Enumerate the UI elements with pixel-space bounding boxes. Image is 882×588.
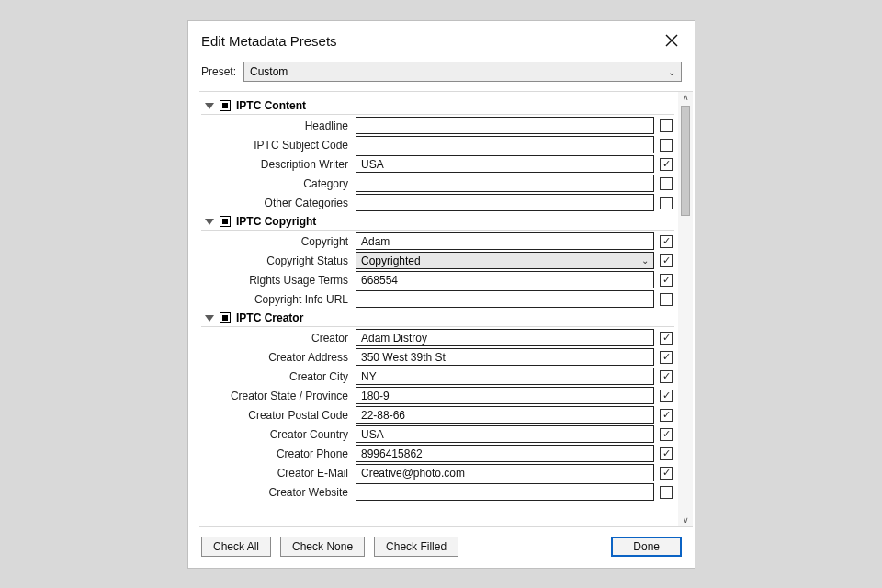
field-copyright: Copyright Adam: [201, 232, 674, 250]
description-writer-checkbox[interactable]: [660, 158, 673, 171]
creator-address-checkbox[interactable]: [660, 351, 673, 364]
field-creator-address: Creator Address 350 West 39th St: [201, 348, 674, 366]
field-label: Copyright Status: [201, 254, 350, 267]
creator-country-checkbox[interactable]: [660, 428, 673, 441]
creator-phone-checkbox[interactable]: [660, 447, 673, 460]
field-creator-state: Creator State / Province 180-9: [201, 387, 674, 404]
field-label: Creator E-Mail: [201, 467, 350, 480]
check-none-button[interactable]: Check None: [280, 537, 365, 557]
field-description-writer: Description Writer USA: [201, 155, 674, 173]
rights-usage-checkbox[interactable]: [660, 274, 673, 287]
section-iptc-content: IPTC Content Headline IPTC Subject Code …: [201, 97, 674, 211]
check-filled-button[interactable]: Check Filled: [374, 537, 458, 557]
disclosure-icon[interactable]: [205, 103, 214, 109]
creator-city-input[interactable]: NY: [356, 368, 654, 385]
section-iptc-copyright: IPTC Copyright Copyright Adam Copyright …: [201, 213, 674, 308]
section-iptc-creator: IPTC Creator Creator Adam Distroy Creato…: [201, 310, 674, 501]
field-category: Category: [201, 175, 674, 192]
field-label: IPTC Subject Code: [201, 139, 350, 152]
category-input[interactable]: [356, 175, 654, 192]
section-title: IPTC Creator: [236, 311, 303, 324]
field-label: Headline: [201, 119, 350, 132]
headline-input[interactable]: [356, 117, 654, 134]
category-checkbox[interactable]: [660, 177, 673, 190]
tri-state-checkbox[interactable]: [220, 216, 231, 227]
tri-state-checkbox[interactable]: [220, 312, 231, 323]
preset-select[interactable]: Custom ⌄: [243, 62, 682, 82]
field-label: Category: [201, 177, 350, 190]
dialog-footer: Check All Check None Check Filled Done: [188, 527, 695, 568]
field-creator-phone: Creator Phone 8996415862: [201, 445, 674, 462]
dialog-title: Edit Metadata Presets: [201, 33, 337, 49]
description-writer-input[interactable]: USA: [356, 155, 654, 173]
section-title: IPTC Copyright: [236, 215, 316, 228]
other-categories-checkbox[interactable]: [660, 197, 673, 209]
preset-label: Preset:: [201, 65, 236, 78]
creator-phone-input[interactable]: 8996415862: [356, 445, 654, 462]
creator-website-checkbox[interactable]: [660, 486, 673, 499]
scroll-down-icon[interactable]: ∨: [683, 516, 689, 525]
field-label: Creator State / Province: [201, 390, 350, 402]
subject-code-checkbox[interactable]: [660, 139, 673, 152]
copyright-status-select[interactable]: Copyrighted ⌄: [356, 252, 654, 269]
vertical-scrollbar[interactable]: ∧ ∨: [678, 92, 693, 526]
field-creator-postal: Creator Postal Code 22-88-66: [201, 406, 674, 424]
titlebar: Edit Metadata Presets: [188, 21, 695, 56]
field-creator-website: Creator Website: [201, 483, 674, 501]
field-label: Creator Phone: [201, 447, 350, 460]
section-title: IPTC Content: [236, 99, 306, 112]
info-url-checkbox[interactable]: [660, 293, 673, 306]
headline-checkbox[interactable]: [660, 119, 673, 132]
field-creator: Creator Adam Distroy: [201, 329, 674, 346]
field-label: Creator City: [201, 370, 350, 383]
disclosure-icon[interactable]: [205, 219, 214, 225]
section-header: IPTC Copyright: [201, 213, 674, 231]
disclosure-icon[interactable]: [205, 315, 214, 322]
copyright-status-checkbox[interactable]: [660, 254, 673, 267]
scroll-area: IPTC Content Headline IPTC Subject Code …: [199, 91, 693, 527]
check-all-button[interactable]: Check All: [201, 537, 271, 557]
rights-usage-input[interactable]: 668554: [356, 271, 654, 288]
scroll-content: IPTC Content Headline IPTC Subject Code …: [199, 92, 678, 526]
copyright-checkbox[interactable]: [660, 235, 673, 248]
field-creator-country: Creator Country USA: [201, 425, 674, 443]
scrollbar-thumb[interactable]: [681, 106, 690, 216]
field-other-categories: Other Categories: [201, 194, 674, 211]
creator-postal-input[interactable]: 22-88-66: [356, 406, 654, 424]
field-label: Creator Address: [201, 351, 350, 364]
section-header: IPTC Creator: [201, 310, 674, 327]
creator-city-checkbox[interactable]: [660, 370, 673, 383]
creator-email-checkbox[interactable]: [660, 467, 673, 480]
subject-code-input[interactable]: [356, 136, 654, 153]
metadata-presets-dialog: Edit Metadata Presets Preset: Custom ⌄ I…: [187, 20, 695, 569]
creator-email-input[interactable]: Creative@photo.com: [356, 464, 654, 481]
creator-country-input[interactable]: USA: [356, 425, 654, 443]
done-button[interactable]: Done: [611, 537, 682, 557]
field-rights-usage: Rights Usage Terms 668554: [201, 271, 674, 288]
tri-state-checkbox[interactable]: [220, 100, 231, 111]
info-url-input[interactable]: [356, 290, 654, 308]
preset-value: Custom: [250, 65, 288, 78]
field-creator-email: Creator E-Mail Creative@photo.com: [201, 464, 674, 481]
copyright-input[interactable]: Adam: [356, 232, 654, 250]
other-categories-input[interactable]: [356, 194, 654, 211]
creator-state-input[interactable]: 180-9: [356, 387, 654, 404]
field-headline: Headline: [201, 117, 674, 134]
creator-address-input[interactable]: 350 West 39th St: [356, 348, 654, 366]
scroll-up-icon[interactable]: ∧: [683, 94, 689, 102]
creator-checkbox[interactable]: [660, 332, 673, 345]
creator-website-input[interactable]: [356, 483, 654, 501]
creator-input[interactable]: Adam Distroy: [356, 329, 654, 346]
section-header: IPTC Content: [201, 97, 674, 115]
field-label: Creator Postal Code: [201, 409, 350, 422]
field-subject-code: IPTC Subject Code: [201, 136, 674, 153]
field-label: Creator Country: [201, 428, 350, 441]
preset-row: Preset: Custom ⌄: [188, 56, 695, 91]
field-label: Description Writer: [201, 158, 350, 171]
creator-state-checkbox[interactable]: [660, 390, 673, 402]
field-label: Copyright: [201, 235, 350, 248]
creator-postal-checkbox[interactable]: [660, 409, 673, 422]
close-icon[interactable]: [662, 30, 682, 51]
chevron-down-icon: ⌄: [668, 67, 675, 77]
scrollbar-track[interactable]: [678, 102, 693, 516]
